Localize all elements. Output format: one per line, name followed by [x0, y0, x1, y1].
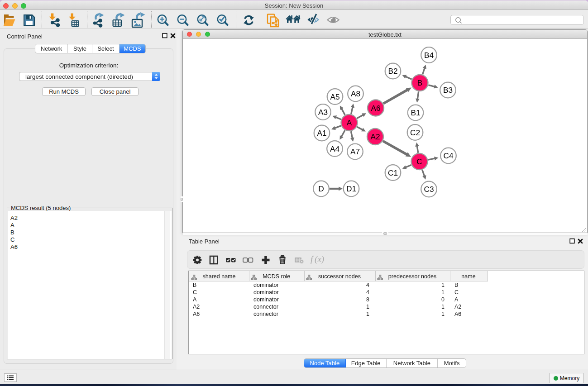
- svg-text:A7: A7: [350, 147, 360, 156]
- svg-text:C: C: [416, 157, 422, 166]
- svg-text:B3: B3: [443, 86, 453, 95]
- svg-text:B: B: [417, 78, 423, 87]
- svg-text:B1: B1: [411, 108, 420, 117]
- svg-text:D1: D1: [346, 184, 356, 193]
- svg-text:A6: A6: [371, 104, 380, 113]
- svg-text:C3: C3: [424, 185, 434, 194]
- svg-text:C2: C2: [410, 128, 420, 137]
- svg-text:A1: A1: [317, 129, 326, 138]
- svg-text:A5: A5: [330, 92, 339, 101]
- svg-text:A: A: [347, 118, 352, 127]
- svg-text:C1: C1: [388, 168, 398, 177]
- svg-text:A3: A3: [318, 108, 328, 117]
- svg-text:A8: A8: [351, 89, 360, 98]
- svg-text:B4: B4: [424, 51, 434, 60]
- svg-text:A4: A4: [330, 144, 340, 153]
- svg-text:B2: B2: [388, 67, 397, 76]
- svg-text:A2: A2: [370, 132, 380, 141]
- svg-text:C4: C4: [443, 151, 453, 160]
- svg-text:D: D: [318, 184, 324, 193]
